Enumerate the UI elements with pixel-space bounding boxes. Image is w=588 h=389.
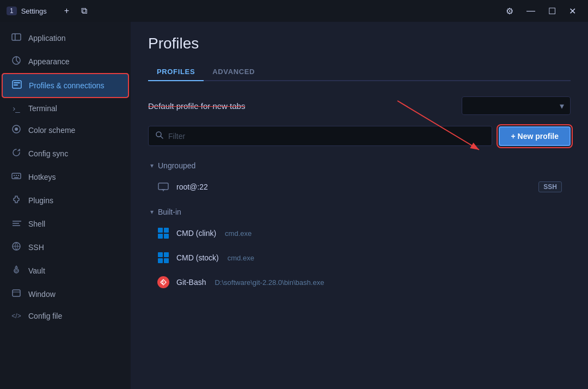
profile-name-gitbash: Git-Bash — [176, 278, 206, 287]
svg-rect-11 — [18, 175, 19, 176]
gitbash-logo — [157, 276, 169, 288]
profile-cmd-gitbash: D:\software\git-2.28.0\bin\bash.exe — [215, 278, 324, 287]
profile-item-root[interactable]: root@:22 SSH — [148, 175, 571, 199]
svg-rect-10 — [16, 175, 17, 176]
filter-row: + New profile — [148, 126, 571, 146]
profile-name-root: root@:22 — [176, 183, 208, 191]
default-profile-row: Default profile for new tabs — [148, 96, 571, 115]
sidebar-item-color-scheme-label: Color scheme — [28, 126, 75, 135]
svg-rect-12 — [14, 177, 19, 178]
main-content: Profiles PROFILES ADVANCED Default profi… — [131, 22, 588, 389]
sidebar-item-config-file[interactable]: </> Config file — [2, 306, 128, 326]
sidebar-item-config-sync[interactable]: Config sync — [2, 142, 128, 165]
chevron-builtin: ▾ — [150, 208, 154, 216]
default-profile-label: Default profile for new tabs — [148, 101, 245, 111]
sidebar-item-window-label: Window — [28, 290, 56, 299]
profile-icon-cmd-stock — [157, 251, 170, 264]
profile-name-cmd-stock: CMD (stock) — [176, 253, 219, 262]
svg-point-7 — [15, 127, 18, 131]
filter-input[interactable] — [168, 132, 485, 141]
default-profile-select[interactable] — [462, 96, 571, 115]
sidebar-item-shell[interactable]: Shell — [2, 212, 128, 235]
application-icon — [11, 32, 22, 44]
tab-advanced[interactable]: ADVANCED — [204, 63, 264, 81]
new-profile-button[interactable]: + New profile — [499, 126, 571, 146]
new-tab-button[interactable]: + — [60, 4, 74, 17]
profile-group-ungrouped: ▾ Ungrouped root@:22 SSH — [148, 157, 571, 199]
chevron-ungrouped: ▾ — [150, 162, 154, 169]
group-name-ungrouped: Ungrouped — [158, 161, 195, 170]
sidebar-item-vault-label: Vault — [28, 266, 45, 275]
default-profile-select-wrapper[interactable] — [462, 96, 571, 115]
sidebar-item-window[interactable]: Window — [2, 283, 128, 306]
window-controls: ⚙ — ☐ ✕ — [500, 4, 581, 19]
window-icon — [11, 288, 22, 300]
sidebar-item-config-sync-label: Config sync — [28, 149, 68, 158]
maximize-button[interactable]: ☐ — [543, 4, 561, 19]
tabs: PROFILES ADVANCED — [148, 63, 571, 81]
tab-profiles[interactable]: PROFILES — [148, 63, 204, 81]
close-button[interactable]: ✕ — [564, 4, 581, 19]
app-body: Application Appearance Profiles & connec… — [0, 22, 588, 389]
config-file-icon: </> — [11, 312, 22, 320]
svg-rect-5 — [14, 84, 18, 86]
sidebar-item-plugins[interactable]: Plugins — [2, 189, 128, 212]
group-name-builtin: Built-in — [158, 208, 181, 216]
hotkeys-icon — [11, 171, 22, 183]
sidebar-item-application[interactable]: Application — [2, 27, 128, 50]
svg-rect-9 — [14, 175, 15, 176]
tab-title: Settings — [21, 7, 47, 15]
profile-cmd-cmd-clink: cmd.exe — [225, 229, 252, 238]
sidebar-item-ssh[interactable]: SSH — [2, 236, 128, 259]
sidebar-item-terminal[interactable]: ›_ Terminal — [2, 98, 128, 118]
sidebar-item-plugins-label: Plugins — [28, 196, 53, 205]
sidebar-item-terminal-label: Terminal — [28, 104, 57, 113]
svg-rect-19 — [13, 290, 20, 296]
profile-icon-gitbash — [157, 276, 170, 289]
filter-input-wrapper[interactable] — [148, 126, 492, 146]
profile-group-builtin: ▾ Built-in CMD (clink) cmd.exe — [148, 203, 571, 294]
profile-badge-root: SSH — [538, 181, 562, 192]
svg-point-17 — [14, 269, 19, 273]
settings-button[interactable]: ⚙ — [500, 4, 519, 19]
sidebar-item-hotkeys[interactable]: Hotkeys — [2, 166, 128, 189]
plugins-icon — [11, 194, 22, 206]
profile-name-cmd-clink: CMD (clink) — [176, 229, 216, 238]
profile-item-cmd-stock[interactable]: CMD (stock) cmd.exe — [148, 246, 571, 270]
svg-rect-4 — [14, 82, 20, 83]
page-title: Profiles — [148, 35, 571, 52]
svg-rect-23 — [158, 183, 168, 190]
profile-item-gitbash[interactable]: Git-Bash D:\software\git-2.28.0\bin\bash… — [148, 270, 571, 294]
profile-icon-root — [157, 180, 170, 193]
tab-number: 1 — [7, 7, 17, 15]
appearance-icon — [11, 56, 22, 68]
svg-rect-1 — [15, 34, 16, 40]
terminal-icon: ›_ — [11, 104, 22, 113]
group-header-builtin[interactable]: ▾ Built-in — [148, 203, 571, 221]
sidebar-item-config-file-label: Config file — [28, 312, 62, 320]
minimize-button[interactable]: — — [521, 4, 541, 18]
title-tab[interactable]: 1 Settings — [7, 7, 47, 15]
profile-item-cmd-clink[interactable]: CMD (clink) cmd.exe — [148, 221, 571, 245]
sidebar-item-appearance[interactable]: Appearance — [2, 50, 128, 73]
sidebar-item-vault[interactable]: Vault — [2, 259, 128, 282]
group-header-ungrouped[interactable]: ▾ Ungrouped — [148, 157, 571, 174]
split-button[interactable]: ⧉ — [77, 4, 91, 17]
ssh-icon — [11, 241, 22, 253]
svg-line-22 — [161, 136, 163, 138]
title-bar-actions: + ⧉ — [60, 4, 91, 17]
search-icon — [155, 131, 164, 141]
svg-point-18 — [15, 270, 17, 272]
sidebar-item-ssh-label: SSH — [28, 243, 44, 252]
sidebar-item-shell-label: Shell — [28, 220, 45, 228]
shell-icon — [11, 218, 22, 230]
sidebar-item-appearance-label: Appearance — [28, 57, 70, 66]
svg-rect-0 — [12, 34, 21, 40]
sidebar: Application Appearance Profiles & connec… — [0, 22, 131, 389]
title-bar: 1 Settings + ⧉ ⚙ — ☐ ✕ — [0, 0, 588, 22]
color-scheme-icon — [11, 124, 22, 136]
sidebar-item-application-label: Application — [28, 34, 66, 42]
sidebar-item-profiles[interactable]: Profiles & connections — [2, 74, 128, 98]
sidebar-item-hotkeys-label: Hotkeys — [28, 173, 56, 181]
sidebar-item-color-scheme[interactable]: Color scheme — [2, 119, 128, 142]
